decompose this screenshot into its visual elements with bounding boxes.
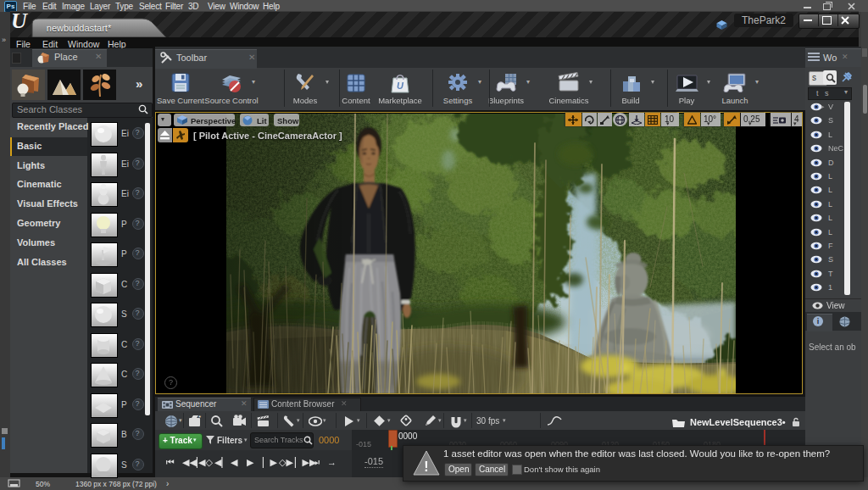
svg-text:!: ! <box>424 459 428 474</box>
svg-text:*: * <box>198 415 201 421</box>
svg-text:U: U <box>397 81 404 91</box>
svg-text:newbuddastart*: newbuddastart* <box>47 23 112 33</box>
